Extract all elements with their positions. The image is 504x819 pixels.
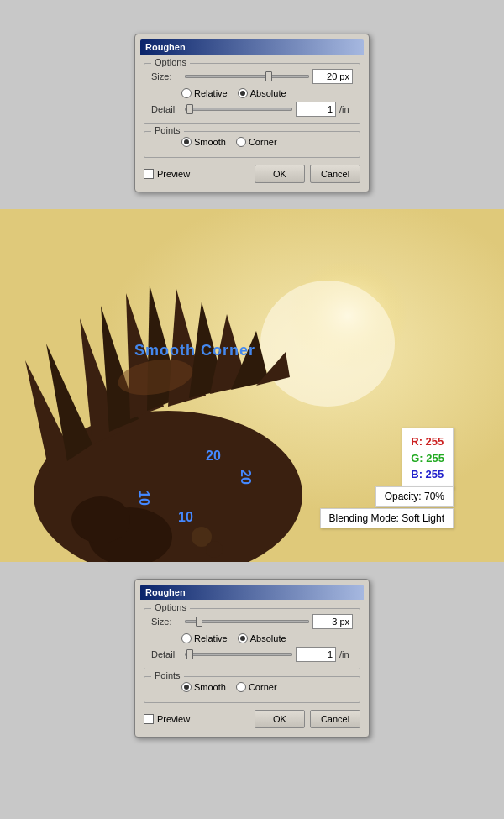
absolute-label-bottom: Absolute (250, 633, 286, 643)
options-group-bottom: Options Size: 3 px Relative (144, 608, 360, 669)
detail-label-top: Detail (151, 104, 181, 114)
relative-label-bottom: Relative (194, 633, 228, 643)
detail-row-top: Detail 1 /in (151, 102, 353, 117)
corner-radio-top[interactable] (236, 137, 246, 147)
dialog-title-bottom: Roughen (140, 585, 364, 600)
points-radio-row-bottom: Smooth Corner (181, 682, 353, 692)
anno-10-rotated: 10 (136, 491, 151, 506)
size-input-bottom[interactable]: 3 px (312, 614, 353, 629)
corner-option-top[interactable]: Corner (236, 137, 277, 147)
absolute-radio-top[interactable] (238, 88, 248, 98)
options-legend-bottom: Options (151, 602, 190, 612)
detail-unit-bottom: /in (339, 649, 353, 659)
smooth-option-top[interactable]: Smooth (181, 137, 226, 147)
svg-point-2 (260, 281, 395, 407)
size-slider-top[interactable] (185, 70, 309, 83)
corner-label-top: Corner (249, 137, 277, 147)
detail-unit-top: /in (339, 104, 353, 114)
detail-label-bottom: Detail (151, 649, 181, 659)
detail-row-bottom: Detail 1 /in (151, 647, 353, 662)
relative-label-top: Relative (194, 88, 228, 98)
points-group-bottom: Points Smooth Corner (144, 676, 360, 703)
absolute-radio-bottom[interactable] (238, 633, 248, 643)
preview-checkbox-top[interactable] (144, 169, 154, 179)
smooth-radio-bottom[interactable] (181, 682, 192, 692)
color-info-box: R: 255 G: 255 B: 255 (402, 428, 454, 489)
smooth-text: Smooth Corner (134, 342, 255, 359)
canvas-area: Smooth Corner 20 20 10 10 R: 255 G: 255 … (0, 209, 504, 562)
opacity-box: Opacity: 70% (375, 486, 454, 507)
preview-check-top[interactable]: Preview (144, 169, 190, 179)
size-track-bottom (185, 620, 309, 623)
absolute-option-top[interactable]: Absolute (238, 88, 286, 98)
blending-text: Blending Mode: Soft Light (329, 512, 444, 524)
corner-label-bottom: Corner (249, 682, 277, 692)
size-thumb-bottom[interactable] (196, 617, 202, 627)
points-legend-bottom: Points (151, 670, 184, 680)
corner-radio-bottom[interactable] (236, 682, 246, 692)
size-slider-bottom[interactable] (185, 615, 309, 628)
detail-track-bottom (185, 653, 292, 656)
options-legend-top: Options (151, 57, 190, 67)
size-track-top (185, 75, 309, 78)
anno-20-left: 20 (206, 449, 221, 464)
detail-input-top[interactable]: 1 (296, 102, 336, 117)
btn-row-bottom: OK Cancel (255, 710, 360, 728)
preview-check-bottom[interactable]: Preview (144, 714, 190, 724)
smooth-option-bottom[interactable]: Smooth (181, 682, 226, 692)
roughen-dialog-top: Roughen Options Size: 20 px Relative (134, 34, 370, 192)
size-row-top: Size: 20 px (151, 69, 353, 84)
anno-20-rotated: 20 (238, 470, 253, 485)
points-group-top: Points Smooth Corner (144, 131, 360, 158)
cancel-button-bottom[interactable]: Cancel (310, 710, 360, 728)
smooth-label-top: Smooth (194, 137, 226, 147)
dialog-footer-top: Preview OK Cancel (144, 165, 360, 183)
dialog-body-top: Options Size: 20 px Relative (140, 60, 364, 186)
options-group-top: Options Size: 20 px Relative (144, 63, 360, 124)
detail-slider-top[interactable] (185, 102, 292, 116)
relative-radio-top[interactable] (181, 88, 192, 98)
svg-point-18 (206, 541, 223, 558)
relative-option-top[interactable]: Relative (181, 88, 228, 98)
dialog-body-bottom: Options Size: 3 px Relative (140, 605, 364, 732)
preview-label-top: Preview (157, 169, 190, 179)
dialog-title-top: Roughen (140, 39, 364, 55)
preview-checkbox-bottom[interactable] (144, 714, 154, 724)
detail-track-top (185, 108, 292, 111)
blending-box: Blending Mode: Soft Light (320, 508, 454, 528)
anno-10-bottom: 10 (178, 510, 193, 525)
detail-thumb-top[interactable] (186, 104, 193, 114)
dialog-footer-bottom: Preview OK Cancel (144, 710, 360, 728)
radio-row-bottom: Relative Absolute (181, 633, 353, 643)
absolute-option-bottom[interactable]: Absolute (238, 633, 286, 643)
size-row-bottom: Size: 3 px (151, 614, 353, 629)
size-input-top[interactable]: 20 px (312, 69, 353, 84)
size-label-top: Size: (151, 71, 181, 81)
relative-option-bottom[interactable]: Relative (181, 633, 228, 643)
color-g-value: G: 255 (411, 450, 444, 467)
ok-button-bottom[interactable]: OK (255, 710, 305, 728)
smooth-label-bottom: Smooth (194, 682, 226, 692)
preview-label-bottom: Preview (157, 714, 190, 724)
btn-row-top: OK Cancel (255, 165, 360, 183)
detail-slider-bottom[interactable] (185, 648, 292, 661)
cancel-button-top[interactable]: Cancel (310, 165, 360, 183)
svg-point-16 (71, 496, 130, 543)
relative-radio-bottom[interactable] (181, 633, 192, 643)
detail-thumb-bottom[interactable] (186, 649, 193, 659)
detail-input-bottom[interactable]: 1 (296, 647, 336, 662)
corner-option-bottom[interactable]: Corner (236, 682, 277, 692)
size-thumb-top[interactable] (265, 71, 272, 81)
opacity-text: Opacity: 70% (385, 491, 444, 502)
smooth-corner-label: Smooth Corner (134, 342, 255, 360)
size-label-bottom: Size: (151, 617, 181, 627)
ok-button-top[interactable]: OK (255, 165, 305, 183)
points-legend-top: Points (151, 125, 184, 135)
points-radio-row-top: Smooth Corner (181, 137, 353, 147)
radio-row-top: Relative Absolute (181, 88, 353, 98)
roughen-dialog-bottom: Roughen Options Size: 3 px Relative (134, 579, 370, 738)
color-r-value: R: 255 (411, 433, 444, 450)
color-b-value: B: 255 (411, 466, 444, 483)
absolute-label-top: Absolute (250, 88, 286, 98)
smooth-radio-top[interactable] (181, 137, 192, 147)
